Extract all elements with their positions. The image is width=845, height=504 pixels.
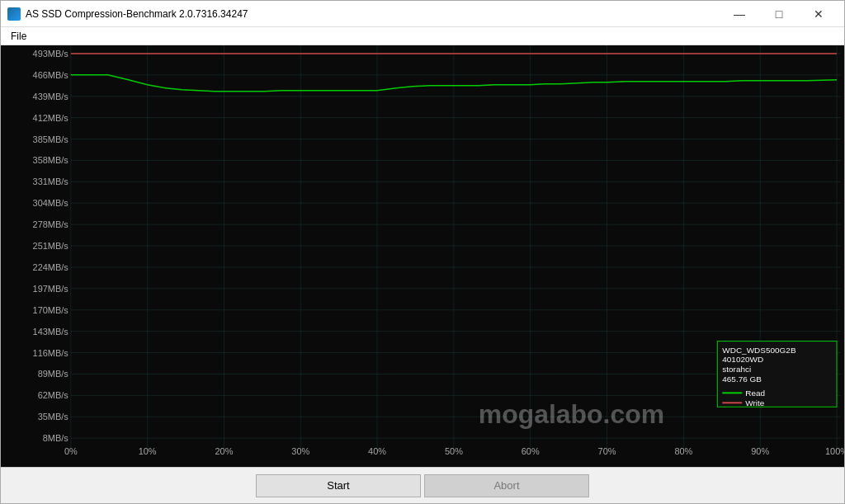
close-button[interactable]: ✕ [800,1,838,27]
main-window: AS SSD Compression-Benchmark 2.0.7316.34… [0,0,845,504]
svg-text:224MB/s: 224MB/s [33,262,69,272]
svg-text:493MB/s: 493MB/s [33,49,69,59]
svg-text:170MB/s: 170MB/s [33,305,69,315]
window-title: AS SSD Compression-Benchmark 2.0.7316.34… [26,8,720,20]
svg-text:465.76 GB: 465.76 GB [722,374,762,384]
svg-text:143MB/s: 143MB/s [33,327,69,337]
svg-text:116MB/s: 116MB/s [33,348,69,358]
app-icon [7,7,21,21]
svg-text:Read: Read [745,389,765,398]
svg-text:278MB/s: 278MB/s [33,219,69,229]
svg-text:304MB/s: 304MB/s [33,198,69,208]
svg-text:401020WD: 401020WD [722,356,763,365]
start-button[interactable]: Start [256,474,421,497]
svg-text:70%: 70% [598,446,616,456]
svg-text:Write: Write [745,398,765,407]
svg-text:466MB/s: 466MB/s [33,70,69,80]
svg-text:90%: 90% [751,446,769,456]
bottom-bar: Start Abort [1,467,844,503]
svg-text:40%: 40% [368,446,386,456]
minimize-button[interactable]: — [720,1,758,27]
menu-bar: File [1,27,844,45]
svg-text:385MB/s: 385MB/s [33,134,69,144]
svg-text:439MB/s: 439MB/s [33,92,69,101]
chart-area: 493MB/s 466MB/s 439MB/s 412MB/s 385MB/s … [1,45,844,467]
svg-text:80%: 80% [674,446,692,456]
menu-item-file[interactable]: File [4,29,33,44]
svg-text:358MB/s: 358MB/s [33,155,69,165]
svg-text:WDC_WDS500G2B: WDC_WDS500G2B [722,346,796,355]
maximize-button[interactable]: □ [760,1,798,27]
abort-button[interactable]: Abort [424,474,589,497]
svg-text:0%: 0% [64,446,78,456]
svg-text:89MB/s: 89MB/s [38,369,69,379]
svg-text:30%: 30% [291,446,309,456]
svg-text:10%: 10% [139,446,157,456]
svg-text:197MB/s: 197MB/s [33,284,69,294]
benchmark-chart: 493MB/s 466MB/s 439MB/s 412MB/s 385MB/s … [1,45,844,467]
watermark-text: mogalabo.com [479,399,664,429]
svg-text:storahci: storahci [722,365,751,374]
svg-text:251MB/s: 251MB/s [33,241,69,251]
svg-text:331MB/s: 331MB/s [33,177,69,186]
title-bar: AS SSD Compression-Benchmark 2.0.7316.34… [1,1,844,27]
svg-text:62MB/s: 62MB/s [38,390,69,400]
svg-text:412MB/s: 412MB/s [33,113,69,123]
svg-text:35MB/s: 35MB/s [38,412,69,422]
window-controls: — □ ✕ [720,1,838,27]
svg-text:100%: 100% [825,446,844,456]
svg-text:50%: 50% [445,446,463,456]
svg-text:20%: 20% [215,446,233,456]
svg-text:60%: 60% [522,446,540,456]
svg-text:8MB/s: 8MB/s [43,433,69,443]
